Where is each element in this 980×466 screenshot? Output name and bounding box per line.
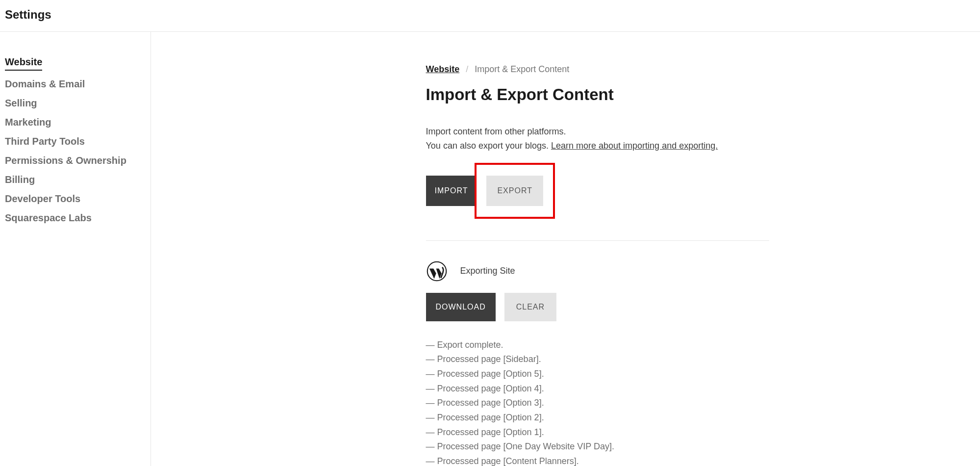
breadcrumb-separator: / — [466, 64, 468, 74]
log-line: — Processed page [Option 5]. — [426, 367, 769, 382]
download-button[interactable]: DOWNLOAD — [426, 293, 496, 321]
sidebar-item-permissions-ownership[interactable]: Permissions & Ownership — [5, 155, 146, 166]
divider — [426, 240, 769, 241]
log-line: — Processed page [Content Planners]. — [426, 454, 769, 466]
log-line: — Processed page [Option 4]. — [426, 382, 769, 396]
main: Website / Import & Export Content Import… — [151, 32, 980, 466]
export-status-row: Exporting Site — [426, 260, 769, 282]
description: Import content from other platforms. You… — [426, 125, 769, 153]
log-line: — Processed page [One Day Website VIP Da… — [426, 440, 769, 454]
sidebar-item-developer-tools[interactable]: Developer Tools — [5, 193, 146, 205]
page-title: Import & Export Content — [426, 85, 769, 104]
export-highlight-box: EXPORT — [475, 163, 555, 219]
log-line: — Processed page [Sidebar]. — [426, 352, 769, 367]
export-status-text: Exporting Site — [460, 266, 515, 276]
log-line: — Processed page [Option 2]. — [426, 411, 769, 425]
sidebar: Website Domains & Email Selling Marketin… — [0, 32, 151, 466]
sidebar-item-selling[interactable]: Selling — [5, 98, 146, 109]
page-heading: Settings — [5, 8, 975, 22]
log-line: — Processed page [Option 1]. — [426, 425, 769, 440]
export-buttons: DOWNLOAD CLEAR — [426, 293, 769, 321]
learn-more-link[interactable]: Learn more about importing and exporting… — [551, 141, 718, 151]
description-line-2: You can also export your blogs. Learn mo… — [426, 139, 769, 153]
clear-button[interactable]: CLEAR — [504, 293, 556, 321]
description-line-2-text: You can also export your blogs. — [426, 141, 552, 151]
log-line: — Export complete. — [426, 338, 769, 353]
sidebar-item-domains-email[interactable]: Domains & Email — [5, 78, 146, 90]
description-line-1: Import content from other platforms. — [426, 125, 769, 139]
sidebar-item-billing[interactable]: Billing — [5, 174, 146, 185]
layout: Website Domains & Email Selling Marketin… — [0, 32, 980, 466]
breadcrumb-root[interactable]: Website — [426, 64, 460, 74]
content: Website / Import & Export Content Import… — [426, 64, 769, 466]
sidebar-item-third-party-tools[interactable]: Third Party Tools — [5, 136, 146, 147]
breadcrumb-current: Import & Export Content — [475, 64, 569, 74]
export-tab[interactable]: EXPORT — [486, 176, 543, 206]
export-log: — Export complete. — Processed page [Sid… — [426, 338, 769, 466]
wordpress-icon — [426, 260, 448, 282]
header: Settings — [0, 0, 980, 32]
sidebar-item-website[interactable]: Website — [5, 56, 42, 71]
import-export-tabs: IMPORT EXPORT — [426, 163, 769, 219]
sidebar-item-squarespace-labs[interactable]: Squarespace Labs — [5, 212, 146, 224]
import-tab[interactable]: IMPORT — [426, 176, 477, 206]
log-line: — Processed page [Option 3]. — [426, 396, 769, 411]
breadcrumb: Website / Import & Export Content — [426, 64, 769, 75]
sidebar-item-marketing[interactable]: Marketing — [5, 117, 146, 128]
